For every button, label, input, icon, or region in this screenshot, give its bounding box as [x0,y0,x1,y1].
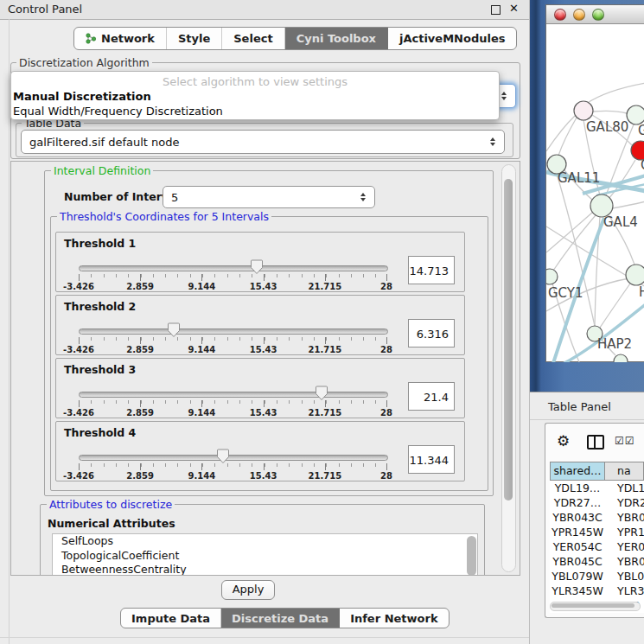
tab-cyni-toolbox[interactable]: Cyni Toolbox [285,28,388,49]
split-columns-icon[interactable] [587,435,604,450]
threshold-slider[interactable]: -3.4262.8599.14415.4321.71528 [79,327,386,349]
table-data-combobox[interactable]: galFiltered.sif default node [21,130,505,154]
slider-track[interactable] [79,455,388,461]
algorithm-dropdown-popup: Select algorithm to view settings Manual… [10,71,500,120]
table-cell: YDL19… [550,481,605,495]
dropdown-option[interactable]: Manual Discretization [11,89,499,104]
slider-handle[interactable] [216,449,230,464]
mac-zoom-icon[interactable] [592,9,604,21]
bottom-tab-impute-data[interactable]: Impute Data [121,609,221,628]
network-node-label: GAL11 [558,170,600,186]
network-node[interactable] [627,105,644,124]
threshold-value-field[interactable]: 21.4 [408,382,455,411]
threshold-label: Threshold 3 [64,363,136,376]
slider-handle[interactable] [315,386,328,401]
tab-network[interactable]: Network [74,28,167,49]
numerical-attributes-list[interactable]: SelfLoopsTopologicalCoefficientBetweenne… [52,533,478,576]
tick-label: 28 [380,471,392,481]
close-icon[interactable]: ✕ [509,2,519,15]
network-edge[interactable] [593,111,627,113]
table-row[interactable]: YBL079WYBL0 [550,569,644,583]
settings-scrollbar[interactable] [501,164,516,572]
network-node[interactable] [574,101,593,120]
tick-label: -3.426 [63,471,94,481]
table-cell: YLR3 [605,583,644,598]
network-edge[interactable] [586,83,644,104]
threshold-box: Threshold 4 -3.4262.8599.14415.4321.7152… [55,421,465,481]
table-cell: YER054C [550,539,605,554]
attribute-item[interactable]: BetweennessCentrality [53,563,477,576]
tick-label: 21.715 [309,408,342,418]
slider-ticks [79,337,386,344]
network-node-label: GAL [638,123,644,138]
bottom-tab-infer-network[interactable]: Infer Network [340,609,448,628]
slider-track[interactable] [79,392,388,398]
threshold-label: Threshold 1 [64,237,136,250]
slider-handle[interactable] [167,322,181,338]
node-table: shared…na YDL19…YDL1YDR27…YDR2YBR043CYBR… [550,462,644,613]
column-header[interactable]: na [605,462,644,481]
settings-scrollbar-thumb[interactable] [504,179,513,501]
table-scrollbar-thumb[interactable] [552,603,634,608]
apply-button[interactable]: Apply [221,580,275,600]
bottom-tab-discretize-data[interactable]: Discretize Data [221,609,340,628]
number-of-intervals-combobox[interactable]: 5 [163,186,375,208]
dropdown-prompt: Select algorithm to view settings [11,74,499,89]
tab-style[interactable]: Style [167,28,222,49]
table-row[interactable]: YDR27…YDR2 [550,495,644,510]
table-row[interactable]: YPR145WYPR1 [550,525,644,539]
attribute-item[interactable]: TopologicalCoefficient [53,549,477,564]
attribute-item[interactable]: SelfLoops [53,534,477,549]
tick-label: -3.426 [63,408,94,418]
float-icon[interactable] [491,5,501,15]
table-cell: YBL0 [605,569,644,583]
table-cell: YDR2 [605,495,644,510]
threshold-box: Threshold 3 -3.4262.8599.14415.4321.7152… [55,358,465,418]
table-cell: YDR27… [550,495,605,510]
slider-tick-labels: -3.4262.8599.14415.4321.71528 [79,471,386,481]
column-header[interactable]: shared… [550,462,605,481]
mac-close-icon[interactable] [554,9,566,21]
network-canvas[interactable]: GAL80GALCGAL11GAL4GCY1HHAP2 [546,23,644,362]
network-node-label: GAL80 [586,119,628,135]
network-node[interactable] [626,265,644,285]
threshold-box: Threshold 2 -3.4262.8599.14415.4321.7152… [55,295,465,355]
bottom-tab-bar: Impute DataDiscretize DataInfer Network [120,608,450,628]
slider-tick-labels: -3.4262.8599.14415.4321.71528 [79,408,386,418]
table-horizontal-scrollbar[interactable] [550,602,641,611]
network-node[interactable] [614,354,628,362]
slider-track[interactable] [79,265,388,271]
network-edge[interactable] [612,201,644,208]
table-row[interactable]: YBR043CYBR0 [550,510,644,525]
slider-handle[interactable] [250,259,264,275]
interval-definition-group: Interval Definition Number of Intervals … [44,170,494,496]
threshold-slider[interactable]: -3.4262.8599.14415.4321.71528 [79,453,386,475]
network-node-label: GCY1 [548,285,583,301]
mac-minimize-icon[interactable] [573,9,585,21]
combo-stepper-icon[interactable] [490,131,498,153]
combo-stepper-icon[interactable] [360,187,368,207]
table-row[interactable]: YER054CYER0 [550,539,644,554]
tab-select[interactable]: Select [222,28,284,49]
attributes-list-scrollbar[interactable] [467,536,476,576]
tab-jactivemnodules[interactable]: jActiveMNodules [388,28,517,49]
threshold-slider[interactable]: -3.4262.8599.14415.4321.71528 [79,264,386,286]
tick-label: -3.426 [63,282,94,291]
settings-scroll-area: Interval Definition Number of Intervals … [10,161,520,576]
checkbox-icons[interactable]: ☑☑ [615,435,635,447]
table-row[interactable]: YBR045CYBR0 [550,554,644,569]
threshold-value-field[interactable]: 11.344 [408,445,455,474]
threshold-slider[interactable]: -3.4262.8599.14415.4321.71528 [79,390,386,412]
table-row[interactable]: YLR345WYLR3 [550,583,644,598]
threshold-value-field[interactable]: 6.316 [408,319,455,348]
dropdown-option[interactable]: Equal Width/Frequency Discretization [11,104,499,118]
threshold-value-field[interactable]: 14.713 [408,256,455,284]
combo-stepper-icon[interactable] [501,85,509,107]
network-node[interactable] [546,269,558,284]
slider-ticks [79,274,386,281]
table-row[interactable]: YDL19…YDL1 [550,481,644,495]
slider-track[interactable] [79,328,388,335]
gear-icon[interactable]: ⚙ [557,432,570,450]
threshold-box: Threshold 1 -3.4262.8599.14415.4321.7152… [55,232,465,292]
network-edge[interactable] [546,115,576,151]
